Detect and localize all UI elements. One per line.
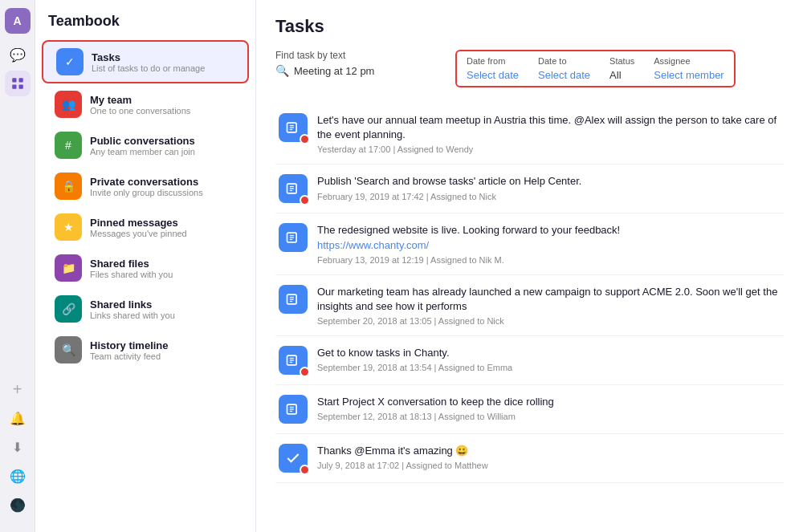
svg-rect-1: [18, 78, 22, 82]
status-filter[interactable]: Status All: [609, 56, 634, 81]
pinned-messages-text: Pinned messagesMessages you've pinned: [90, 217, 187, 238]
my-team-text: My teamOne to one conversations: [90, 94, 190, 116]
task-item[interactable]: Publish 'Search and browse tasks' articl…: [275, 164, 784, 213]
task-badge: [300, 465, 310, 475]
assignee-filter[interactable]: Assignee Select member: [654, 56, 724, 81]
my-team-icon: 👥: [55, 91, 82, 118]
main-content: Tasks Find task by text 🔍 Meeting at 12 …: [256, 0, 803, 532]
task-meta: Yesterday at 17:00 | Assigned to Wendy: [317, 144, 781, 154]
sidebar-item-my-team[interactable]: 👥My teamOne to one conversations: [42, 84, 249, 124]
task-text: The redesigned website is live. Looking …: [317, 223, 781, 252]
private-conversations-text: Private conversationsInvite only group d…: [90, 176, 203, 197]
status-label: Status: [609, 56, 634, 66]
shared-files-icon: 📁: [55, 254, 82, 282]
download-icon[interactable]: ⬇: [5, 434, 31, 460]
search-icon: 🔍: [275, 64, 289, 77]
task-avatar: [279, 346, 308, 375]
task-meta: February 19, 2019 at 17:42 | Assigned to…: [317, 192, 781, 201]
task-avatar: [279, 444, 308, 473]
task-content: Get to know tasks in Chanty.September 19…: [317, 346, 781, 372]
task-text: Get to know tasks in Chanty.: [317, 346, 781, 360]
shared-files-text: Shared filesFiles shared with you: [90, 258, 173, 279]
task-meta: September 20, 2018 at 13:05 | Assigned t…: [317, 316, 781, 326]
date-to-label: Date to: [538, 56, 590, 66]
find-input-row[interactable]: 🔍 Meeting at 12 pm: [275, 64, 436, 77]
profile-icon[interactable]: 🌑: [5, 492, 31, 518]
tasks-text: TasksList of tasks to do or manage: [92, 51, 205, 73]
task-meta: September 12, 2018 at 18:13 | Assigned t…: [317, 412, 781, 421]
task-meta: February 13, 2019 at 12:19 | Assigned to…: [317, 255, 781, 265]
sidebar-item-history-timeline[interactable]: 🔍History timelineTeam activity feed: [42, 330, 249, 370]
task-item[interactable]: Thanks @Emma it's amazing 😀July 9, 2018 …: [275, 434, 784, 483]
task-avatar: [279, 285, 308, 314]
sidebar-item-private-conversations[interactable]: 🔒Private conversationsInvite only group …: [42, 166, 249, 206]
task-item[interactable]: Let's have our annual team meetup in Aus…: [275, 104, 784, 164]
task-text: Thanks @Emma it's amazing 😀: [317, 444, 781, 458]
task-text: Let's have our annual team meetup in Aus…: [317, 113, 781, 142]
task-content: Thanks @Emma it's amazing 😀July 9, 2018 …: [317, 444, 781, 470]
filter-group: Date from Select date Date to Select dat…: [455, 50, 736, 87]
task-content: Let's have our annual team meetup in Aus…: [317, 113, 781, 154]
task-item[interactable]: Get to know tasks in Chanty.September 19…: [275, 336, 784, 385]
task-badge: [300, 367, 310, 377]
task-text: Publish 'Search and browse tasks' articl…: [317, 174, 781, 189]
globe-icon[interactable]: 🌐: [5, 463, 31, 489]
tasks-rail-icon[interactable]: [5, 71, 31, 96]
task-avatar: [279, 113, 308, 142]
assignee-label: Assignee: [654, 56, 724, 66]
status-value[interactable]: All: [609, 69, 634, 81]
bell-icon[interactable]: 🔔: [5, 405, 31, 431]
sidebar-item-shared-files[interactable]: 📁Shared filesFiles shared with you: [42, 248, 249, 288]
task-badge: [300, 195, 310, 205]
task-text: Our marketing team has already launched …: [317, 285, 781, 314]
sidebar-item-public-conversations[interactable]: #Public conversationsAny team member can…: [42, 125, 249, 165]
shared-links-text: Shared linksLinks shared with you: [90, 298, 175, 320]
svg-rect-0: [12, 78, 16, 82]
task-content: Publish 'Search and browse tasks' articl…: [317, 174, 781, 201]
add-icon[interactable]: +: [5, 376, 31, 402]
sidebar: Teambook ✓TasksList of tasks to do or ma…: [35, 0, 256, 532]
svg-rect-3: [18, 85, 22, 89]
date-to-filter[interactable]: Date to Select date: [538, 56, 590, 81]
sidebar-item-pinned-messages[interactable]: ★Pinned messagesMessages you've pinned: [42, 207, 249, 247]
user-avatar[interactable]: A: [5, 8, 31, 34]
icon-rail: A 💬 + 🔔 ⬇ 🌐 🌑: [0, 0, 35, 532]
date-from-label: Date from: [467, 56, 519, 66]
task-meta: July 9, 2018 at 17:02 | Assigned to Matt…: [317, 461, 781, 470]
task-content: Start Project X conversation to keep the…: [317, 395, 781, 421]
task-link[interactable]: https://www.chanty.com/: [317, 239, 429, 251]
find-label: Find task by text: [275, 50, 436, 61]
history-timeline-icon: 🔍: [55, 336, 82, 363]
tasks-icon: ✓: [56, 48, 84, 75]
date-from-value[interactable]: Select date: [467, 69, 519, 81]
task-text: Start Project X conversation to keep the…: [317, 395, 781, 409]
sidebar-item-tasks[interactable]: ✓TasksList of tasks to do or manage: [42, 40, 249, 83]
private-conversations-icon: 🔒: [55, 173, 82, 200]
filter-bar: Find task by text 🔍 Meeting at 12 pm Dat…: [275, 50, 784, 87]
task-meta: September 19, 2018 at 13:54 | Assigned t…: [317, 363, 781, 372]
task-avatar: [279, 395, 308, 424]
shared-links-icon: 🔗: [55, 295, 82, 323]
task-content: The redesigned website is live. Looking …: [317, 223, 781, 264]
pinned-messages-icon: ★: [55, 213, 82, 241]
public-conversations-text: Public conversationsAny team member can …: [90, 135, 195, 156]
find-section: Find task by text 🔍 Meeting at 12 pm: [275, 50, 436, 77]
task-list: Let's have our annual team meetup in Aus…: [275, 104, 784, 516]
svg-rect-2: [12, 85, 16, 89]
search-value: Meeting at 12 pm: [294, 65, 374, 77]
task-item[interactable]: Start Project X conversation to keep the…: [275, 385, 784, 434]
chat-icon[interactable]: 💬: [5, 42, 31, 67]
date-from-filter[interactable]: Date from Select date: [467, 56, 519, 81]
public-conversations-icon: #: [55, 132, 82, 159]
task-item[interactable]: The redesigned website is live. Looking …: [275, 213, 784, 274]
task-item[interactable]: Our marketing team has already launched …: [275, 275, 784, 336]
history-timeline-text: History timelineTeam activity feed: [90, 339, 169, 361]
sidebar-item-shared-links[interactable]: 🔗Shared linksLinks shared with you: [42, 289, 249, 329]
page-title: Tasks: [275, 16, 784, 37]
task-avatar: [279, 223, 308, 252]
date-to-value[interactable]: Select date: [538, 69, 590, 81]
task-avatar: [279, 174, 308, 203]
task-badge: [300, 134, 310, 144]
sidebar-title: Teambook: [35, 13, 255, 39]
assignee-value[interactable]: Select member: [654, 69, 724, 81]
